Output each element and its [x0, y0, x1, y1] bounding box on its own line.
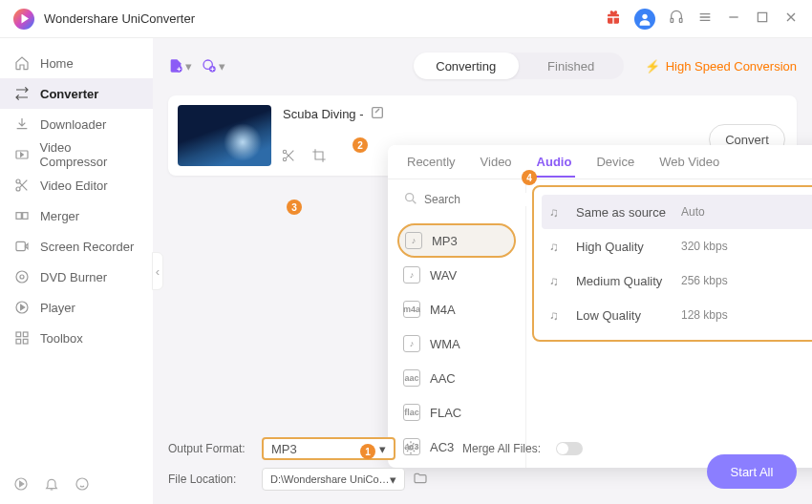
merge-icon [13, 208, 31, 223]
file-title: Scuba Diving - [283, 105, 787, 123]
sidebar-item-label: Screen Recorder [40, 240, 134, 254]
sidebar-item-dvd[interactable]: DVD Burner [0, 262, 153, 292]
sidebar-item-label: Toolbox [40, 331, 83, 346]
sidebar-item-label: Player [40, 301, 75, 315]
edit-title-icon[interactable] [370, 105, 385, 123]
step-badge-2: 2 [353, 137, 368, 153]
step-badge-4: 4 [522, 170, 537, 185]
svg-rect-3 [758, 12, 766, 21]
sidebar-item-converter[interactable]: Converter [0, 78, 153, 109]
feedback-icon[interactable] [75, 476, 90, 494]
tab-video[interactable]: Video [477, 147, 516, 177]
compress-icon [13, 147, 31, 162]
format-flac[interactable]: flacFLAC [397, 395, 516, 430]
output-format-dropdown[interactable]: MP3▾ [262, 437, 395, 460]
sidebar-item-home[interactable]: Home [0, 48, 153, 78]
minimize-button[interactable] [726, 10, 741, 28]
sidebar-item-label: Converter [40, 87, 98, 101]
video-thumbnail[interactable] [178, 105, 271, 166]
audio-icon: ♪ [403, 266, 420, 284]
quality-low[interactable]: ♫Low Quality128 kbps [542, 298, 812, 332]
settings-icon[interactable] [403, 440, 418, 458]
audio-icon: m4a [403, 301, 420, 318]
format-aac[interactable]: aacAAC [397, 361, 516, 395]
music-icon: ♫ [549, 205, 566, 220]
svg-point-23 [406, 193, 414, 200]
converter-icon [13, 86, 31, 101]
chevron-down-icon: ▾ [185, 59, 192, 74]
tab-web-video[interactable]: Web Video [655, 147, 723, 177]
format-popup: Recently Video Audio Device Web Video ♪M… [388, 145, 812, 468]
svg-rect-13 [16, 332, 21, 337]
sidebar-item-recorder[interactable]: Screen Recorder [0, 231, 153, 262]
sidebar-item-merger[interactable]: Merger [0, 200, 153, 231]
svg-rect-7 [16, 213, 21, 220]
svg-rect-14 [23, 332, 28, 337]
folder-icon[interactable] [413, 471, 428, 489]
format-wav[interactable]: ♪WAV [397, 258, 516, 292]
sidebar-item-label: DVD Burner [40, 270, 107, 284]
crop-icon[interactable] [311, 148, 327, 166]
sidebar-item-label: Video Editor [40, 178, 108, 193]
add-file-button[interactable]: ▾ [168, 58, 192, 74]
maximize-button[interactable] [755, 10, 770, 28]
notification-icon[interactable] [44, 476, 59, 494]
music-icon: ♫ [549, 240, 566, 254]
content: ‹ ▾ ▾ Converting Finished ⚡High Speed Co… [153, 38, 812, 504]
trim-icon[interactable] [281, 148, 296, 166]
tutorial-icon[interactable] [13, 476, 29, 494]
svg-point-5 [16, 179, 20, 183]
output-format-label: Output Format: [168, 442, 254, 455]
merge-toggle[interactable] [556, 442, 583, 455]
sidebar: Home Converter Downloader Video Compress… [0, 38, 153, 504]
format-mp3[interactable]: ♪MP3 [397, 223, 516, 258]
merge-label: Merge All Files: [462, 442, 548, 455]
segment-finished[interactable]: Finished [519, 52, 624, 79]
svg-rect-15 [16, 339, 21, 344]
close-button[interactable] [783, 10, 799, 28]
audio-icon: flac [403, 404, 420, 421]
music-icon: ♫ [549, 308, 566, 323]
svg-rect-2 [679, 18, 682, 22]
file-location-label: File Location: [168, 472, 254, 486]
search-icon [403, 191, 418, 209]
download-icon [13, 116, 31, 132]
quality-high[interactable]: ♫High Quality320 kbps [542, 229, 812, 263]
svg-rect-9 [16, 242, 25, 250]
bolt-icon: ⚡ [645, 59, 660, 74]
segment-control: Converting Finished [414, 52, 624, 79]
sidebar-item-downloader[interactable]: Downloader [0, 109, 153, 139]
music-icon: ♫ [549, 274, 566, 288]
high-speed-toggle[interactable]: ⚡High Speed Conversion [645, 59, 797, 74]
format-m4a[interactable]: m4aM4A [397, 292, 516, 326]
bottom-left-icons [13, 476, 90, 494]
svg-point-11 [20, 275, 24, 279]
sidebar-item-player[interactable]: Player [0, 292, 153, 323]
grid-icon [13, 330, 31, 346]
sidebar-item-toolbox[interactable]: Toolbox [0, 323, 153, 353]
tab-recently[interactable]: Recently [403, 147, 459, 177]
play-icon [13, 300, 31, 315]
hamburger-icon[interactable] [697, 10, 713, 28]
file-location-dropdown[interactable]: D:\Wondershare UniConverter▾ [262, 468, 405, 491]
gift-icon[interactable] [606, 10, 621, 28]
headset-icon[interactable] [669, 10, 684, 28]
user-avatar[interactable] [634, 9, 655, 30]
quality-medium[interactable]: ♫Medium Quality256 kbps [542, 263, 812, 298]
segment-converting[interactable]: Converting [414, 52, 519, 79]
collapse-sidebar[interactable]: ‹ [152, 252, 163, 290]
chevron-down-icon: ▾ [379, 442, 386, 456]
svg-point-10 [16, 271, 28, 283]
svg-point-0 [642, 13, 647, 18]
add-url-button[interactable]: ▾ [202, 58, 225, 74]
bottom-bar: Output Format: MP3▾ Merge All Files: Fil… [168, 435, 797, 496]
sidebar-item-editor[interactable]: Video Editor [0, 170, 153, 200]
quality-same-as-source[interactable]: ♫Same as sourceAuto [542, 195, 812, 229]
tab-device[interactable]: Device [592, 147, 638, 177]
format-wma[interactable]: ♪WMA [397, 326, 516, 361]
sidebar-item-compressor[interactable]: Video Compressor [0, 139, 153, 170]
svg-rect-16 [23, 339, 28, 344]
format-search [397, 185, 516, 214]
tab-audio[interactable]: Audio [533, 147, 576, 177]
start-all-button[interactable]: Start All [707, 454, 797, 489]
